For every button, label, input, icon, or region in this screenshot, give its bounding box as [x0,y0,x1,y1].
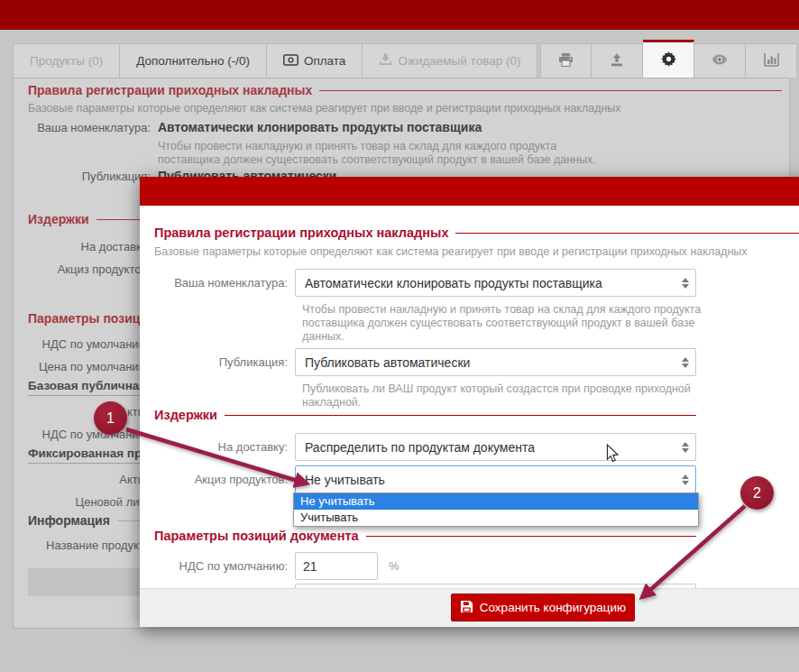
excise-select[interactable]: Не учитывать [295,465,696,493]
select-spinner-icon [682,278,689,289]
bg-nomenclature-value: Автоматически клонировать продукты поста… [158,120,482,134]
bg-rules-heading: Правила регистрации приходных накладных [28,83,782,97]
bg-vat-label: НДС по умолчанию: [14,337,151,351]
download-tray-icon [379,53,392,69]
nomenclature-label: Ваша номенклатура: [140,276,288,290]
save-configuration-button[interactable]: Сохранить конфигурацию [451,594,635,621]
vat-row: НДС по умолчанию: % [140,552,696,580]
modal-rules-heading-text: Правила регистрации приходных накладных [154,226,448,240]
bg-active-row: Актив [14,402,151,420]
delivery-select-value: Распределить по продуктам документа [305,440,535,455]
modal-items-heading-text: Параметры позиций документа [154,529,359,543]
modal-rules-subtitle: Базовые параметры которые определяют как… [154,245,748,258]
heading-rule-line [225,415,696,416]
tab-bar: Продукты (0) Дополнительно (-/0) Оплата … [0,40,799,78]
tab-additional-label: Дополнительно (-/0) [136,54,250,68]
modal-costs-heading-text: Издержки [154,408,217,422]
delivery-select[interactable]: Распределить по продуктам документа [295,433,696,461]
bg-rules-subtitle: Базовые параметры которые определяют как… [28,102,621,115]
bg-excise-label: Акциз продуктов: [14,262,151,276]
tab-preview[interactable] [694,43,746,78]
excise-dropdown-list: Не учитывать Учитывать [293,492,699,527]
upload-icon [610,53,624,69]
bg-excise-row: Акциз продуктов: [14,260,151,278]
modal-items-heading: Параметры позиций документа [154,529,696,543]
excise-label: Акциз продуктов: [140,473,288,486]
delivery-label: На доставку: [140,440,288,454]
modal-body: Правила регистрации приходных накладных … [140,206,799,588]
bg-vat-row: НДС по умолчанию: [14,335,151,353]
bar-chart-icon [764,53,779,69]
nomenclature-row: Ваша номенклатура: Автоматически клониро… [140,269,696,297]
excise-row: Акциз продуктов: Не учитывать [140,465,696,493]
dropdown-option-ne-uchityvat[interactable]: Не учитывать [294,493,698,510]
tab-payment[interactable]: Оплата [267,43,363,78]
publication-label: Публикация: [140,355,288,369]
vat-input[interactable] [295,552,378,580]
tab-settings[interactable] [643,40,694,78]
tab-products[interactable]: Продукты (0) [13,43,120,78]
bg-price-label: Цена по умолчанию: [14,360,151,373]
bg-product-name-row: Название продукта [14,536,151,554]
modal-costs-heading: Издержки [154,408,696,422]
bg-delivery-label: На доставку: [14,240,151,253]
nomenclature-select[interactable]: Автоматически клонировать продукты поста… [295,269,696,297]
bg-active2-row: Актив [14,470,151,488]
annotation-badge-1-number: 1 [106,410,115,427]
bg-nomenclature-row: Ваша номенклатура: Автоматически клониро… [14,118,482,136]
bg-pricelist-label: Ценовой лист [14,495,151,509]
heading-rule-line [366,536,696,537]
dropdown-option-uchityvat[interactable]: Учитывать [294,510,698,526]
tab-expected-goods-label: Ожидаемый товар (0) [398,54,520,68]
bg-info-heading-text: Информация [28,513,110,528]
eye-icon [712,54,728,68]
nomenclature-help: Чтобы провести накладную и принять товар… [302,303,735,344]
bg-help-line-1: Чтобы провести накладную и принять товар… [158,140,596,153]
publication-row: Публикация: Публиковать автоматически [140,348,696,376]
gear-icon [661,51,676,69]
bg-delivery-row: На доставку: [14,237,151,255]
tab-products-label: Продукты (0) [30,54,103,68]
bg-active2-label: Актив [14,473,151,486]
printer-icon [558,53,574,69]
delivery-row: На доставку: Распределить по продуктам д… [140,433,696,461]
icon-tabs-group [540,40,797,78]
vat-suffix: % [389,559,400,573]
bg-costs-heading-text: Издержки [28,212,89,226]
bg-nomenclature-label: Ваша номенклатура: [14,121,151,134]
bg-product-name-label: Название продукта [14,539,151,552]
annotation-badge-1: 1 [94,401,127,435]
floppy-disk-icon [460,600,473,616]
publication-help: Публиковать ли ВАШ продукт который созда… [302,382,717,410]
bg-nomenclature-help: Чтобы провести накладную и принять товар… [158,140,596,167]
app-window: Продукты (0) Дополнительно (-/0) Оплата … [0,0,799,672]
select-spinner-icon [682,474,689,485]
bg-price-row: Цена по умолчанию: [14,357,151,375]
tab-upload[interactable] [592,43,643,78]
banknote-icon [283,54,298,69]
nomenclature-select-value: Автоматически клонировать продукты поста… [305,276,602,290]
tab-additional[interactable]: Дополнительно (-/0) [120,43,267,78]
bg-rules-heading-text: Правила регистрации приходных накладных [28,83,312,97]
modal-rules-heading: Правила регистрации приходных накладных [154,226,799,240]
bg-publication-label: Публикация: [14,170,151,183]
heading-rule-line [455,233,799,234]
excise-select-value: Не учитывать [305,473,385,487]
tab-expected-goods[interactable]: Ожидаемый товар (0) [363,43,537,78]
bg-active-label: Актив [14,405,151,419]
select-spinner-icon [682,357,689,368]
publication-select[interactable]: Публиковать автоматически [295,348,696,376]
tab-stats[interactable] [746,43,797,78]
select-spinner-icon [682,442,689,453]
modal-header-bar [140,177,799,206]
tab-print[interactable] [540,43,592,78]
bg-vat2-label: НДС по умолчанию: [14,428,151,441]
tab-payment-label: Оплата [304,54,345,68]
bg-pricelist-row: Ценовой лист [14,492,151,511]
publication-select-value: Публиковать автоматически [305,355,470,370]
annotation-badge-2: 2 [740,476,774,510]
configuration-modal: Правила регистрации приходных накладных … [140,177,799,627]
bg-help-line-2: поставщика должен существовать соответст… [158,153,596,167]
top-header-bar [0,0,799,30]
text-tabs-group: Продукты (0) Дополнительно (-/0) Оплата … [13,43,537,78]
